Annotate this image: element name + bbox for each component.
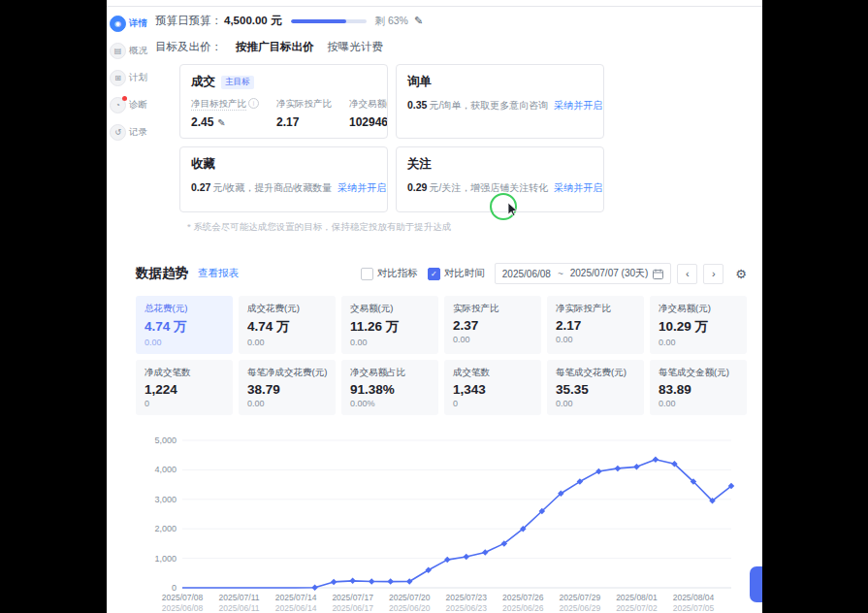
goal-bid-row: 目标及出价： 按推广目标出价 按曝光计费 <box>155 40 747 54</box>
metric-value: 1,343 <box>453 382 532 397</box>
goal-bid-label: 目标及出价： <box>155 40 222 54</box>
budget-row: 预算日预算： 4,500.00 元 剩 63% ✎ <box>155 14 747 28</box>
pin-icon: ◉ <box>110 16 126 32</box>
svg-text:2025/07/23: 2025/07/23 <box>445 593 487 602</box>
metric-card-1[interactable]: 总花费(元)4.74 万0.00 <box>136 296 233 354</box>
compare-metric-checkbox[interactable] <box>361 268 373 280</box>
cursor-icon <box>506 202 518 217</box>
metric-label: 净成交笔数 <box>145 367 224 379</box>
deal-metric-actual-roi: 净实际投产比 2.17 <box>276 98 332 129</box>
sidebar-item-1[interactable]: ◉详情 <box>110 16 154 32</box>
metric-compare-value: 0.00 <box>453 335 532 344</box>
prev-period-button[interactable]: ‹ <box>677 264 697 284</box>
tab-bid-by-goal[interactable]: 按推广目标出价 <box>236 40 314 54</box>
anchor-nav: ◉详情▤概况⊞计划◔诊断↺记录 <box>110 16 154 141</box>
metric-card-6[interactable]: 净交易额(元)10.29 万0.00 <box>650 296 747 354</box>
sidebar-item-5[interactable]: ↺记录 <box>110 124 154 141</box>
floating-side-button[interactable] <box>750 566 762 602</box>
view-report-link[interactable]: 查看报表 <box>198 267 239 280</box>
metric-compare-value: 0.00 <box>247 399 327 408</box>
trend-chart-svg: 01,0002,0003,0004,0005,0002025/07/082025… <box>136 431 741 613</box>
svg-text:4,000: 4,000 <box>154 465 177 474</box>
plan-detail-panel: ◉详情▤概况⊞计划◔诊断↺记录 预算日预算： 4,500.00 元 剩 63% … <box>107 0 762 613</box>
metric-compare-value: 0.00% <box>350 399 430 408</box>
metric-value: 4.74 万 <box>247 318 327 336</box>
date-end: 2025/07/07 (30天) <box>570 267 649 280</box>
calendar-icon <box>653 269 663 279</box>
metric-card-2[interactable]: 成交花费(元)4.74 万0.00 <box>239 296 336 354</box>
trend-header: 数据趋势 查看报表 对比指标 ✓ 对比时间 2025/06/08 ~ 2025/… <box>136 263 747 284</box>
compare-time-checkbox[interactable]: ✓ <box>428 268 440 280</box>
svg-text:2025/07/17: 2025/07/17 <box>332 593 373 602</box>
edit-roi-icon[interactable]: ✎ <box>217 117 225 128</box>
svg-text:5,000: 5,000 <box>154 436 177 445</box>
goal-card-grid: 成交 主目标 净目标投产比i 2.45✎ 净实际投产比 2.17 净交易额(元)… <box>179 64 604 212</box>
plan-icon: ⊞ <box>110 70 126 86</box>
svg-text:2025/06/20: 2025/06/20 <box>389 603 431 613</box>
main-content: 预算日预算： 4,500.00 元 剩 63% ✎ 目标及出价： 按推广目标出价… <box>136 0 762 613</box>
goal-card-inquiry: 询单 0.35元/询单，获取更多意向咨询采纳并开启 <box>396 64 604 139</box>
goal-card-deal-header: 成交 主目标 <box>191 74 376 90</box>
budget-remaining: 剩 63% <box>374 15 407 28</box>
svg-text:3,000: 3,000 <box>154 495 177 504</box>
svg-text:2025/07/29: 2025/07/29 <box>560 593 601 602</box>
tab-bid-by-impression[interactable]: 按曝光计费 <box>328 40 384 54</box>
svg-text:2025/07/11: 2025/07/11 <box>219 593 260 602</box>
date-range-picker[interactable]: 2025/06/08 ~ 2025/07/07 (30天) <box>495 263 672 284</box>
metric-compare-value: 0.00 <box>350 338 430 347</box>
metric-label: 成交笔数 <box>453 367 532 379</box>
goal-card-title: 询单 <box>407 74 593 90</box>
metric-label: 每笔成交花费(元) <box>556 367 635 379</box>
metric-value: 11.26 万 <box>350 318 430 336</box>
metric-card-3[interactable]: 交易额(元)11.26 万0.00 <box>341 296 438 354</box>
next-period-button[interactable]: › <box>703 264 723 284</box>
budget-progress-fill <box>291 19 345 23</box>
metric-card-9[interactable]: 净交易额占比91.38%0.00% <box>341 360 438 415</box>
sidebar-item-4[interactable]: ◔诊断 <box>110 97 154 113</box>
metric-label: 实际投产比 <box>453 303 532 315</box>
record-icon: ↺ <box>110 124 126 141</box>
date-separator: ~ <box>558 269 563 279</box>
budget-amount: 4,500.00 元 <box>224 14 281 28</box>
svg-text:2025/07/02: 2025/07/02 <box>616 603 658 613</box>
adopt-favorite-link[interactable]: 采纳并开启 <box>338 182 386 193</box>
metric-card-10[interactable]: 成交笔数1,3430 <box>444 360 541 415</box>
sidebar-item-3[interactable]: ⊞计划 <box>110 70 154 86</box>
info-icon[interactable]: i <box>248 98 259 109</box>
goal-card-title: 收藏 <box>191 156 376 173</box>
sidebar-item-2[interactable]: ▤概况 <box>110 43 154 59</box>
svg-text:2025/06/14: 2025/06/14 <box>275 603 317 613</box>
metric-card-7[interactable]: 净成交笔数1,2240 <box>136 360 233 415</box>
metric-card-8[interactable]: 每笔净成交花费(元)38.790.00 <box>239 360 336 415</box>
overview-icon: ▤ <box>110 43 126 59</box>
metric-compare-value: 0.00 <box>659 399 738 408</box>
adopt-inquiry-link[interactable]: 采纳并开启 <box>554 100 602 111</box>
metric-card-12[interactable]: 每笔成交金额(元)83.890.00 <box>650 360 747 415</box>
budget-progress-bar <box>291 19 367 23</box>
goal-card-title: 成交 <box>191 74 215 90</box>
metric-compare-value: 0.00 <box>659 338 738 347</box>
metric-label: 交易额(元) <box>350 303 430 315</box>
adopt-follow-link[interactable]: 采纳并开启 <box>554 182 602 193</box>
metric-compare-value: 0 <box>145 399 224 408</box>
svg-text:2025/06/08: 2025/06/08 <box>162 603 204 613</box>
svg-text:0: 0 <box>172 583 177 593</box>
metric-label: 净实际投产比 <box>556 303 635 315</box>
metric-value: 91.38% <box>350 382 430 397</box>
settings-gear-icon[interactable]: ⚙ <box>735 267 747 281</box>
check-icon: ✓ <box>431 270 437 278</box>
click-indicator <box>490 193 517 220</box>
metric-compare-value: 0.00 <box>145 338 224 347</box>
edit-budget-icon[interactable]: ✎ <box>414 15 423 27</box>
metric-card-11[interactable]: 每笔成交花费(元)35.350.00 <box>547 360 644 415</box>
metric-value: 2.37 <box>453 318 532 333</box>
metric-card-5[interactable]: 净实际投产比2.170.00 <box>547 296 644 354</box>
metric-card-4[interactable]: 实际投产比2.370.00 <box>444 296 541 354</box>
goal-card-deal[interactable]: 成交 主目标 净目标投产比i 2.45✎ 净实际投产比 2.17 净交易额(元)… <box>179 64 388 139</box>
svg-text:2025/06/23: 2025/06/23 <box>445 603 487 613</box>
svg-text:2,000: 2,000 <box>154 524 177 533</box>
svg-text:2025/07/20: 2025/07/20 <box>389 593 431 602</box>
sidebar-item-label: 诊断 <box>129 99 147 112</box>
svg-text:1,000: 1,000 <box>154 554 177 564</box>
goal-card-desc: 0.35元/询单，获取更多意向咨询采纳并开启 <box>407 99 593 113</box>
